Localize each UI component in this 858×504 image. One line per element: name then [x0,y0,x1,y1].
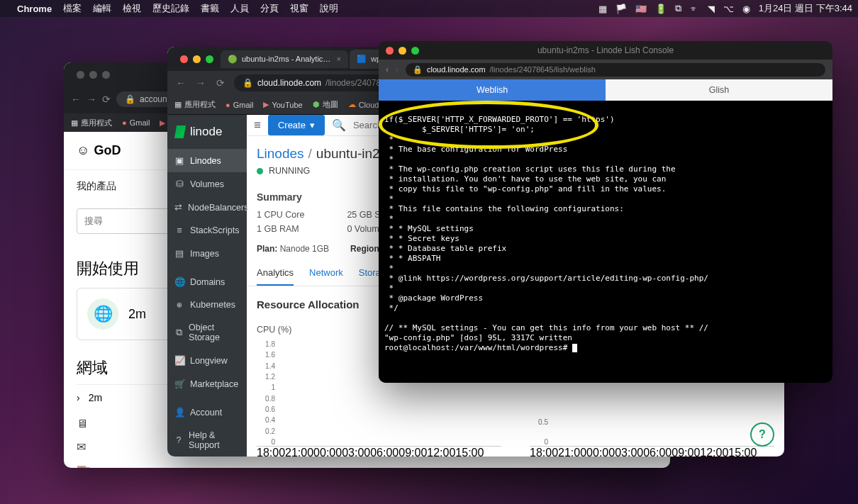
clock[interactable]: 1月24日 週日 下午3:44 [759,2,852,15]
spec-cpu: 1 CPU Core [257,210,304,220]
menu-history[interactable]: 歷史記錄 [152,2,189,15]
wifi-icon[interactable]: ᯤ [690,4,699,14]
tab-favicon-icon: 🟢 [228,55,238,64]
godaddy-logo[interactable]: ☺ GoD [77,143,121,158]
sidebar-item-volumes[interactable]: ⛁Volumes [167,172,247,196]
server-icon: ▣ [174,155,184,166]
sidebar-item-linodes[interactable]: ▣Linodes [167,149,247,172]
chevron-down-icon: ▾ [310,120,315,130]
sidebar-item-kubernetes[interactable]: ⎈Kubernetes [167,293,247,316]
lock-icon: 🔒 [125,94,135,104]
globe-icon: 🌐 [174,276,184,287]
spec-ram: 1 GB RAM [257,224,304,234]
wifi-icon[interactable]: ⧉ [675,3,681,14]
browser-tab[interactable]: 🟢 ubuntu-in2ms - Analytics | Lin × [221,50,348,68]
menu-file[interactable]: 檔案 [63,2,82,15]
reload-icon[interactable]: ⟳ [102,94,111,105]
bookmark-gmail[interactable]: ● Gmail [122,118,150,127]
control-center-icon[interactable]: ⌥ [723,4,734,14]
terminal[interactable]: if($_SERVER['HTTP_X_FORWARDED_PROTO'] ==… [379,101,832,383]
tab-favicon-icon: 🟦 [357,55,367,64]
address-bar[interactable]: 🔒 cloud.linode.com/linodes/24078645/lish… [406,63,825,77]
menu-bookmarks[interactable]: 書籤 [201,2,219,15]
chevron-right-icon: › [77,392,80,403]
bookmark-maps[interactable]: ⬢ 地圖 [313,99,338,110]
window-title: ubuntu-in2ms - Linode Lish Console [379,45,832,55]
chart-icon: 📈 [174,355,184,366]
app-name[interactable]: Chrome [17,4,52,14]
lb-icon: ⇄ [174,202,182,213]
sidebar-item-account[interactable]: 👤Account [167,401,247,424]
tab-weblish[interactable]: Weblish [379,79,606,101]
sidebar-item-marketplace[interactable]: 🛒Marketplace [167,372,247,396]
stack-icon: ≡ [174,225,184,235]
menu-toggle-icon[interactable]: ≡ [254,118,261,133]
search-icon: 🔍 [332,118,346,132]
sidebar-item-domains[interactable]: 🌐Domains [167,270,247,293]
godaddy-logo-icon: ☺ [77,143,89,158]
tab-glish[interactable]: Glish [606,79,832,101]
location-icon[interactable]: ◥ [708,4,715,14]
status-icon[interactable]: ▦ [598,4,607,14]
menu-people[interactable]: 人員 [230,2,249,15]
tab-label: ubuntu-in2ms - Analytics | Lin [242,55,333,63]
macos-menubar: Chrome 檔案 編輯 檢視 歷史記錄 書籤 人員 分頁 視窗 說明 ▦ 🏳️… [0,0,858,17]
sidebar-item-objectstorage[interactable]: ⧉Object Storage [167,316,247,349]
crumb-root[interactable]: Linodes [257,146,304,161]
menu-tabs[interactable]: 分頁 [260,2,279,15]
url-path: /linodes/24078645/lish/weblish [490,65,596,74]
menu-view[interactable]: 檢視 [123,2,141,15]
bookmark-apps[interactable]: ▦ 應用程式 [174,99,216,110]
menu-help[interactable]: 說明 [320,2,338,15]
sidebar-item-longview[interactable]: 📈Longview [167,349,247,372]
image-icon: ▤ [174,248,184,259]
close-tab-icon[interactable]: × [337,55,341,63]
tab-network[interactable]: Network [309,261,343,286]
menu-edit[interactable]: 編輯 [93,2,111,15]
window-controls[interactable] [69,71,117,79]
back-icon[interactable]: ‹ [386,65,389,74]
bookmark-youtube[interactable]: ▶ YouTube [263,100,302,109]
linode-logo[interactable]: linode [167,115,247,149]
sidebar-item-help[interactable]: ?Help & Support [167,424,247,457]
flag-icon[interactable]: 🏳️ [615,4,627,14]
cart-icon: 🛒 [174,379,184,389]
user-icon: 👤 [174,407,184,418]
sidebar-item-stackscripts[interactable]: ≡StackScripts [167,219,247,242]
sidebar-item-nodebalancers[interactable]: ⇄NodeBalancers [167,196,247,219]
bucket-icon: ⧉ [174,327,183,338]
sidebar: linode ▣Linodes ⛁Volumes ⇄NodeBalancers … [167,115,247,457]
window-controls[interactable] [173,55,221,63]
tab-analytics[interactable]: Analytics [257,261,294,286]
disk-icon: ⛁ [174,179,184,189]
forward-icon[interactable]: → [87,94,96,105]
sidebar-item-images[interactable]: ▤Images [167,242,247,265]
flag-icon[interactable]: 🇺🇸 [635,4,647,14]
lock-icon: 🔒 [243,78,253,88]
k8s-icon: ⎈ [174,300,184,310]
bookmark-gmail[interactable]: ● Gmail [225,101,253,109]
status-dot-icon [257,168,263,174]
create-button[interactable]: Create▾ [268,115,325,135]
heading-domains: 網域 [77,357,108,379]
menu-window[interactable]: 視窗 [290,2,308,15]
forward-icon[interactable]: → [194,77,207,89]
io-chart: 0.50 [530,418,774,447]
help-fab[interactable]: ? [750,422,774,447]
siri-icon[interactable]: ◉ [742,4,750,14]
lock-icon: 🔒 [413,65,423,74]
bookmark-apps[interactable]: ▦ 應用程式 [71,118,112,128]
battery-icon[interactable]: 🔋 [655,4,667,14]
url-host: cloud.linode.com [257,78,321,88]
forward-icon[interactable]: › [396,65,399,74]
globe-icon: 🌐 [87,298,118,330]
card-title: 2m [128,307,146,322]
resource-heading: Resource Allocation [257,298,359,310]
reload-icon[interactable]: ⟳ [214,77,227,89]
back-icon[interactable]: ← [174,77,187,89]
help-icon: ? [174,435,183,445]
terminal-cursor-icon [572,344,577,352]
back-icon[interactable]: ← [71,94,81,105]
linode-logomark-icon [174,125,186,138]
store-icon[interactable]: 🏬 [77,464,657,468]
